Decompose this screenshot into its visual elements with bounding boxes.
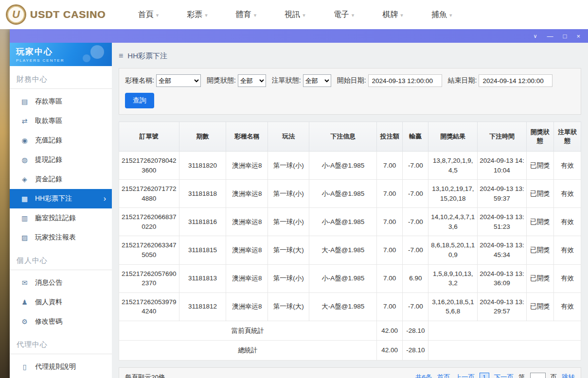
sidebar-item-label: 取款專區 [35,117,62,125]
cell-period: 31181815 [179,236,226,264]
cell-bet-time: 2024-09-13 13:29:57 [478,292,527,321]
personal-menu: ✉ 消息公告 ♟ 個人資料 ⚙ 修改密碼 [10,270,112,331]
nav-item-lottery[interactable]: 彩票 ▾ [187,10,208,20]
cell-draw-result: 1,5,8,9,10,13,3,2 [428,264,478,292]
nav-item-video[interactable]: 視訊 ▾ [285,10,305,20]
window-close-button[interactable]: × [576,33,580,39]
window-maximize-button[interactable]: □ [563,33,567,39]
jump-button[interactable]: 跳转 [562,373,575,378]
chevron-down-icon: ▾ [449,12,452,18]
cell-bet-info: 小-A盤@1.985 [309,152,377,180]
cell-period: 31181816 [179,208,226,236]
page-summary-empty [428,321,581,341]
nav-item-sports[interactable]: 體育 ▾ [236,10,257,20]
sidebar-item-recharge-records[interactable]: ◉ 充值記錄 › [10,131,112,150]
logo[interactable]: U USDT CASINO [6,4,106,25]
sidebar-item-announcements[interactable]: ✉ 消息公告 [10,273,112,292]
cell-bet-amount: 7.00 [377,152,403,180]
cell-order-status: 有效 [553,180,581,208]
cell-win-loss: -7.00 [403,236,428,264]
end-date-input[interactable] [479,74,552,87]
cell-draw-status: 已開獎 [526,152,553,180]
sidebar-item-hh-lottery-bets[interactable]: ▦ HH彩票下注 › [10,189,112,208]
nav-item-label: 體育 [236,10,251,20]
next-page-link[interactable]: 下一页 [494,373,514,378]
col-period: 期數 [179,122,226,152]
sidebar-item-funds-records[interactable]: ◈ 資金記錄 › [10,170,112,189]
col-bet-time: 下注時間 [478,122,527,152]
main-content: ≡ HH彩票下注 彩種名稱: 全部 開獎狀態: 全部 注單狀態: 全部 [112,43,588,378]
agent-menu: ▯ 代理規則說明 [10,354,112,377]
window-collapse-button[interactable]: ∨ [533,34,537,39]
section-personal-title: 個人中心 [10,252,112,270]
cell-win-loss: -7.00 [403,208,428,236]
start-date-input[interactable] [368,74,442,87]
hall-records-icon: ▥ [20,214,29,222]
players-center-header: 玩家中心 PLAYERS CENTER [10,43,112,66]
nav-item-fishing[interactable]: 捕魚 ▾ [431,10,452,20]
cell-bet-info: 大-A盤@1.985 [309,236,377,264]
sidebar-item-hall-bet-records[interactable]: ▥ 廳室投註記錄 › [10,208,112,228]
chevron-down-icon: ▾ [400,12,403,18]
deposit-icon: ▤ [20,98,29,105]
cell-order-no: 2152172620780423600 [119,152,179,180]
table-header-row: 訂單號 期數 彩種名稱 玩法 下注信息 投注額 輸贏 開獎結果 下注時間 開獎狀… [119,122,581,152]
order-status-select[interactable]: 全部 [303,74,331,87]
nav-item-home[interactable]: 首頁 ▾ [138,10,159,20]
nav-item-board-games[interactable]: 棋牌 ▾ [382,10,403,20]
cell-lottery-name: 澳洲幸运8 [226,292,268,321]
current-page[interactable]: 1 [480,373,489,378]
cell-bet-time: 2024-09-13 13:59:37 [478,180,527,208]
jump-page-input[interactable] [530,373,546,378]
first-page-link[interactable]: 首页 [437,373,450,378]
logo-letter: U [12,8,20,21]
window-minimize-button[interactable]: — [547,33,553,39]
sidebar-item-label: 代理規則說明 [35,362,76,371]
sidebar-item-label: 修改密碼 [35,317,62,326]
col-order-no: 訂單號 [119,122,179,152]
lottery-name-select[interactable]: 全部 [156,74,201,87]
sidebar-item-label: 存款專區 [35,97,62,106]
sidebar-item-label: 廳室投註記錄 [35,214,76,223]
user-icon: ♟ [20,298,29,306]
document-icon: ▯ [20,363,29,371]
cell-order-no: 2152172620717724880 [119,180,179,208]
sidebar-item-profile[interactable]: ♟ 個人資料 [10,292,112,312]
table-row: 2152172620539794240 31181812 澳洲幸运8 第一球(大… [119,292,581,321]
cell-draw-status: 已開獎 [526,264,553,292]
cell-period: 31181818 [179,180,226,208]
cell-bet-info: 大-A盤@1.985 [309,292,377,321]
search-button[interactable]: 查詢 [125,93,154,108]
draw-status-select[interactable]: 全部 [238,74,266,87]
page-summary-label: 當前頁統計 [119,321,377,341]
section-agent-title: 代理中心 [10,336,112,354]
sidebar-item-player-bet-report[interactable]: ▨ 玩家投注報表 › [10,228,112,247]
cell-period: 31181820 [179,152,226,180]
prev-page-link[interactable]: 上一页 [455,373,475,378]
cell-draw-result: 13,8,7,20,1,9,4,5 [428,152,478,180]
sidebar-item-change-password[interactable]: ⚙ 修改密碼 [10,312,112,331]
chevron-right-icon: › [104,194,106,203]
jump-suffix-label: 页 [551,373,557,378]
sidebar-item-withdraw[interactable]: ⇄ 取款專區 › [10,111,112,131]
chevron-down-icon: ▾ [156,12,159,18]
gear-icon: ⚙ [20,318,29,326]
sidebar-item-withdrawal-records[interactable]: ◍ 提現記錄 › [10,150,112,170]
nav-item-electronic[interactable]: 電子 ▾ [334,10,355,20]
report-icon: ▨ [20,234,29,241]
logo-text: USDT CASINO [30,9,106,20]
menu-icon[interactable]: ≡ [119,52,123,60]
cell-order-status: 有效 [553,208,581,236]
bets-table: 訂單號 期數 彩種名稱 玩法 下注信息 投注額 輸贏 開獎結果 下注時間 開獎狀… [119,121,581,361]
table-row: 2152172620633475050 31181815 澳洲幸运8 第一球(大… [119,236,581,264]
cell-order-status: 有效 [553,236,581,264]
players-center-title: 玩家中心 [16,46,112,57]
total-summary-win-loss: -28.10 [403,341,428,361]
sidebar-item-agent-rules[interactable]: ▯ 代理規則說明 [10,357,112,377]
total-summary-label: 總統計 [119,341,377,361]
lottery-name-label: 彩種名稱: [125,76,154,85]
cell-win-loss: -7.00 [403,152,428,180]
page-title: HH彩票下注 [127,52,167,61]
sidebar-item-deposit[interactable]: ▤ 存款專區 › [10,92,112,111]
sidebar-item-label: 充值記錄 [35,136,62,145]
